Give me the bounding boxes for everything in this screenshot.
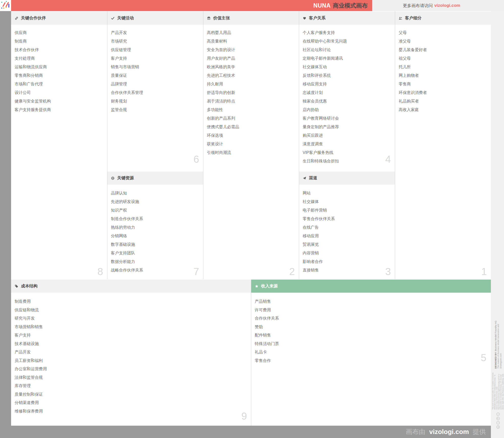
list-item: 舒适导向的创新 <box>207 88 296 97</box>
list-item: 高质量材料 <box>207 37 296 46</box>
list-item: 先进的工程技术 <box>207 71 296 80</box>
section-title: 关键资源 <box>117 175 134 181</box>
list-item: 运输和物流供应商 <box>15 63 105 71</box>
top-bar: NUNA 商业模式画布 更多画布请访问 vizologi.com <box>0 0 504 11</box>
section-title: 渠道 <box>309 175 317 181</box>
list-item: 移动应用 <box>303 232 392 240</box>
list-item: 引领时尚潮流 <box>207 148 296 157</box>
list-item: 客户支持 <box>111 54 201 63</box>
list-item: 财务规划 <box>111 97 201 106</box>
cc-icon: cc <box>496 425 500 429</box>
designed-by-label: DESIGNED BY: <box>494 352 497 369</box>
list-item: 定期电子邮件新闻通讯 <box>303 54 392 63</box>
key-activities-list: 产品开发市场研究供应链管理客户支持销售与市场营销质量保证品牌管理合作伙伴关系管理… <box>111 28 201 114</box>
cost-structure-list: 制造费用供应链和物流研究与开发市场营销和销售客户支持技术基础设施产品开发员工薪资… <box>15 297 248 416</box>
list-item: 制造合作伙伴关系 <box>111 215 201 223</box>
footer-suffix: 提供 <box>473 428 486 435</box>
list-item: 移动应用支持 <box>303 80 392 88</box>
cc-sa-icon: ↺ <box>496 417 500 420</box>
tag-icon <box>15 284 18 288</box>
section-customer-relationships-channels: 客户关系 个人客户服务支持在线帮助中心和常见问题社区论坛和讨论定期电子邮件新闻通… <box>299 11 395 279</box>
list-item: 办公室和运营费用 <box>15 365 248 374</box>
list-item: 社交媒体 <box>303 197 392 206</box>
section-number: 8 <box>98 266 103 277</box>
list-item: 在线广告 <box>303 223 392 232</box>
list-item: 配件销售 <box>255 331 488 340</box>
section-number: 3 <box>385 266 391 277</box>
license-sidebar: cc i ↺ = This work is licensed under the… <box>492 320 503 429</box>
list-item: 婴儿装备爱好者 <box>399 46 488 54</box>
list-item: 品牌认知 <box>111 189 201 197</box>
section-number: 2 <box>289 266 295 277</box>
list-item: 网站 <box>303 189 392 197</box>
vizologi-logo-icon <box>0 0 11 11</box>
customer-segments-header: 客户细分 <box>395 12 491 25</box>
list-item: 战略合作伙伴关系 <box>111 266 201 275</box>
footer-vizologi-link[interactable]: vizologi.com <box>429 428 469 435</box>
list-item: 合作伙伴关系 <box>255 314 488 323</box>
vizologi-logo[interactable] <box>0 0 11 11</box>
list-item: 用户友好的产品 <box>207 54 296 63</box>
list-item: 贸易展览 <box>303 240 392 249</box>
key-resources-header: 关键资源 <box>107 172 203 185</box>
paper-plane-icon <box>303 176 306 180</box>
list-item: 便携式婴儿必需品 <box>207 123 296 131</box>
list-item: 市场和广告代理 <box>15 80 105 88</box>
list-item: 技术合作伙伴 <box>15 46 105 54</box>
customer-relationships-header: 客户关系 <box>299 12 395 25</box>
vizologi-link[interactable]: vizologi.com <box>434 3 460 8</box>
more-canvases-note: 更多画布请访问 vizologi.com <box>372 0 491 11</box>
list-item: 供应商 <box>15 28 105 37</box>
list-item: 赞助 <box>255 323 488 331</box>
list-item: 创新的产品系列 <box>207 114 296 123</box>
list-item: 员工薪资和福利 <box>15 357 248 365</box>
list-item: 满意度调查 <box>303 140 392 148</box>
cost-structure-header: 成本结构 <box>11 280 251 293</box>
list-item: 反馈和评价系统 <box>303 71 392 80</box>
value-propositions-list: 高档婴儿用品高质量材料安全为首的设计用户友好的产品欧洲风格的美学先进的工程技术持… <box>207 28 296 157</box>
list-item: 产品开发 <box>15 348 248 357</box>
list-item: 客户支持团队 <box>111 249 201 257</box>
list-item: 易于清洁的特点 <box>207 97 296 106</box>
section-cost-structure: 成本结构 制造费用供应链和物流研究与开发市场营销和销售客户支持技术基础设施产品开… <box>11 280 251 426</box>
list-item: 市场研究 <box>111 37 201 46</box>
list-item: 零售合作伙伴关系 <box>303 215 392 223</box>
users-icon <box>399 16 402 20</box>
section-title: 价值主张 <box>213 15 230 21</box>
revenue-streams-list: 产品销售许可费用合作伙伴关系赞助配件销售特殊活动门票礼品卡零售合作 <box>255 297 488 365</box>
customer-segments-list: 父母准父母婴儿装备爱好者祖父母托儿所网上购物者零售商环保意识消费者礼品购买者高收… <box>399 28 488 114</box>
list-item: 客户支持服务提供商 <box>15 106 105 114</box>
list-item: 支付处理商 <box>15 54 105 63</box>
section-number: 5 <box>481 352 486 363</box>
section-key-activities-resources: 关键活动 产品开发市场研究供应链管理客户支持销售与市场营销质量保证品牌管理合作伙… <box>107 11 203 279</box>
cc-license-icon: = <box>496 413 500 416</box>
section-title: 客户细分 <box>405 15 422 21</box>
list-item: 环保意识消费者 <box>399 88 488 97</box>
section-key-partners: 关键合作伙伴 供应商制造商技术合作伙伴支付处理商运输和物流供应商零售商和分销商市… <box>11 11 107 279</box>
key-activities-header: 关键活动 <box>107 12 203 25</box>
list-item: 研究与开发 <box>15 314 248 323</box>
list-item: 礼品购买者 <box>399 97 488 106</box>
star-icon <box>255 284 259 288</box>
more-canvases-text: 更多画布请访问 <box>403 3 433 9</box>
list-item: 品牌管理 <box>111 80 201 88</box>
list-item: 知识产权 <box>111 206 201 215</box>
check-icon <box>111 16 115 20</box>
list-item: 设计公司 <box>15 88 105 97</box>
list-item: 祖父母 <box>399 54 488 63</box>
list-item: 零售合作 <box>255 357 488 365</box>
list-item: 内容营销 <box>303 249 392 257</box>
section-number: 1 <box>481 266 487 277</box>
list-item: 个人客户服务支持 <box>303 28 392 37</box>
channels-header: 渠道 <box>299 172 395 185</box>
list-item: 电子邮件营销 <box>303 206 392 215</box>
list-item: 产品销售 <box>255 297 488 306</box>
link-icon <box>15 16 18 20</box>
designed-by-line: DESIGNED BY: Business Model Foundry AG <box>494 320 497 369</box>
brand-name: NUNA <box>313 2 331 9</box>
list-item: 合作伙伴关系管理 <box>111 88 201 97</box>
section-number: 9 <box>241 411 247 422</box>
list-item: 持久耐用 <box>207 80 296 88</box>
list-item: 法律和监管合规 <box>15 374 248 382</box>
section-value-propositions: 价值主张 高档婴儿用品高质量材料安全为首的设计用户友好的产品欧洲风格的美学先进的… <box>203 11 299 279</box>
